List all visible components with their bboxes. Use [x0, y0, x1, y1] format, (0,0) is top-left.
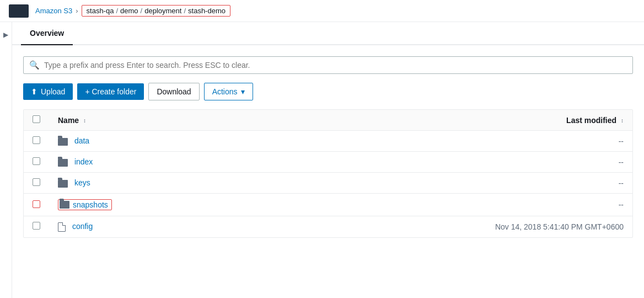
- create-folder-button[interactable]: + Create folder: [77, 83, 144, 100]
- folder-icon: [58, 138, 68, 146]
- table-header-row: Name ↕ Last modified ↕: [24, 110, 632, 131]
- folder-icon: [60, 201, 69, 209]
- row-checkbox[interactable]: [33, 222, 40, 230]
- breadcrumb-sep-3: /: [141, 7, 143, 15]
- row-checkbox-cell: [24, 216, 49, 237]
- breadcrumb: Amazon S3 › stash-qa / demo / deployment…: [35, 5, 230, 17]
- main-layout: ▶ Overview 🔍 ⬆ Upload + Create folder: [0, 22, 644, 298]
- header-checkbox-cell: [24, 110, 49, 131]
- breadcrumb-part-3: deployment: [144, 7, 181, 15]
- item-link[interactable]: config: [72, 222, 93, 231]
- item-link[interactable]: keys: [74, 178, 90, 187]
- file-icon: [58, 222, 66, 232]
- app-logo: [9, 4, 29, 18]
- item-link-snapshots[interactable]: snapshots: [73, 200, 108, 209]
- search-input[interactable]: [44, 61, 627, 70]
- table-row: data --: [24, 131, 632, 152]
- breadcrumb-sep-4: /: [184, 7, 186, 15]
- upload-button[interactable]: ⬆ Upload: [23, 83, 73, 100]
- actions-label: Actions: [212, 87, 238, 96]
- table-row: index --: [24, 152, 632, 173]
- last-modified-sort-icon[interactable]: ↕: [621, 118, 624, 124]
- chevron-right-icon: ▶: [3, 31, 8, 39]
- row-modified-cell: --: [241, 131, 632, 152]
- row-modified-cell: Nov 14, 2018 5:41:40 PM GMT+0600: [241, 216, 632, 237]
- row-name-cell: index: [49, 152, 241, 173]
- files-table: Name ↕ Last modified ↕: [24, 110, 632, 237]
- search-icon: 🔍: [29, 60, 40, 70]
- header-last-modified: Last modified ↕: [241, 110, 632, 131]
- sidebar-toggle[interactable]: ▶: [0, 22, 12, 298]
- row-checkbox-cell: [24, 152, 49, 173]
- content-area: 🔍 ⬆ Upload + Create folder Download Acti…: [12, 45, 644, 249]
- actions-button[interactable]: Actions ▾: [204, 83, 253, 100]
- table-body: data -- index: [24, 131, 632, 237]
- select-all-checkbox[interactable]: [33, 115, 40, 123]
- item-link[interactable]: data: [74, 136, 89, 145]
- action-bar: ⬆ Upload + Create folder Download Action…: [23, 83, 633, 100]
- table-row: config Nov 14, 2018 5:41:40 PM GMT+0600: [24, 216, 632, 237]
- main-content: Overview 🔍 ⬆ Upload + Create folder Down…: [12, 22, 644, 298]
- breadcrumb-sep-2: /: [116, 7, 118, 15]
- snapshots-name-highlight: snapshots: [58, 199, 112, 210]
- row-checkbox[interactable]: [33, 178, 40, 186]
- tab-overview[interactable]: Overview: [21, 22, 73, 45]
- row-checkbox-highlighted[interactable]: [33, 200, 40, 208]
- row-checkbox-cell-highlighted: [24, 194, 49, 216]
- chevron-down-icon: ▾: [241, 87, 245, 96]
- header-name: Name ↕: [49, 110, 241, 131]
- search-bar: 🔍: [23, 56, 633, 74]
- top-navigation: Amazon S3 › stash-qa / demo / deployment…: [0, 0, 644, 22]
- tabs-bar: Overview: [12, 22, 644, 45]
- table-row: keys --: [24, 173, 632, 194]
- breadcrumb-sep-1: ›: [76, 7, 78, 15]
- row-checkbox-cell: [24, 173, 49, 194]
- row-name-cell: keys: [49, 173, 241, 194]
- row-name-cell-highlighted: snapshots: [49, 194, 241, 216]
- row-name-cell: config: [49, 216, 241, 237]
- row-checkbox[interactable]: [33, 136, 40, 144]
- breadcrumb-part-1: stash-qa: [87, 7, 114, 15]
- breadcrumb-part-4: stash-demo: [188, 7, 226, 15]
- breadcrumb-amazon-s3[interactable]: Amazon S3: [35, 7, 72, 15]
- folder-icon: [58, 180, 68, 188]
- row-checkbox[interactable]: [33, 157, 40, 165]
- create-folder-label: + Create folder: [85, 87, 136, 96]
- folder-icon: [58, 159, 68, 167]
- row-modified-cell: --: [241, 194, 632, 216]
- item-link[interactable]: index: [74, 157, 93, 166]
- table-row-highlighted: snapshots --: [24, 194, 632, 216]
- row-modified-cell: --: [241, 152, 632, 173]
- download-label: Download: [157, 87, 191, 96]
- row-name-cell: data: [49, 131, 241, 152]
- breadcrumb-path-box: stash-qa / demo / deployment / stash-dem…: [82, 5, 230, 17]
- upload-icon: ⬆: [31, 87, 37, 96]
- row-modified-cell: --: [241, 173, 632, 194]
- breadcrumb-part-2: demo: [120, 7, 138, 15]
- name-sort-icon[interactable]: ↕: [83, 118, 86, 124]
- files-table-container: Name ↕ Last modified ↕: [23, 109, 633, 238]
- row-checkbox-cell: [24, 131, 49, 152]
- download-button[interactable]: Download: [148, 83, 199, 100]
- upload-label: Upload: [41, 87, 65, 96]
